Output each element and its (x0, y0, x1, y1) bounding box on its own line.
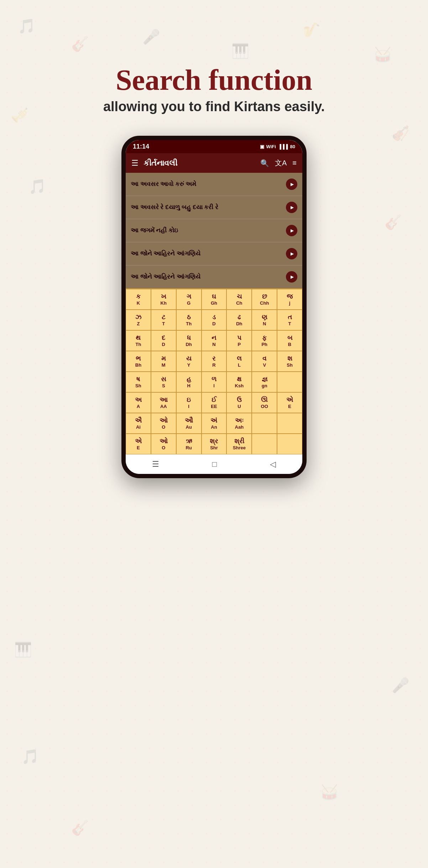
key-cell-1-2[interactable]: ઠTh (176, 310, 202, 330)
gujarati-char: ક્ષ (237, 376, 241, 383)
search-icon[interactable]: 🔍 (260, 159, 269, 167)
song-item-4[interactable]: આ જોને આહિરને આંગણિયે (126, 242, 302, 265)
key-cell-7-6 (277, 434, 302, 454)
key-cell-7-1[interactable]: ઓO (151, 434, 176, 454)
song-item-3[interactable]: આ જગમેં નહીં કોઇ (126, 219, 302, 242)
phone-mockup: 11:14 ▣ WiFi ▐▐▐ 80 ☰ કીર્તનાવલી 🔍 文A ≡ … (121, 136, 307, 478)
key-cell-1-3[interactable]: ડD (202, 310, 227, 330)
english-char: Ksh (235, 383, 244, 388)
gujarati-char: આ (160, 396, 168, 404)
play-button-4[interactable] (286, 248, 297, 259)
key-cell-2-6[interactable]: બB (277, 330, 302, 351)
key-cell-7-4[interactable]: શ્રીShree (226, 434, 252, 454)
battery-icon: ▣ (260, 144, 264, 149)
key-cell-5-5[interactable]: ઊOO (252, 392, 277, 413)
gujarati-char: એ (286, 396, 293, 404)
key-cell-6-0[interactable]: ઐAi (126, 413, 151, 434)
gujarati-char: ણ (262, 314, 267, 321)
translate-icon[interactable]: 文A (275, 158, 287, 168)
key-cell-3-6[interactable]: શSh (277, 351, 302, 372)
key-cell-4-5[interactable]: જ્ઞgn (252, 372, 277, 392)
key-cell-3-4[interactable]: લL (226, 351, 252, 372)
key-cell-6-4[interactable]: અઃAah (226, 413, 252, 434)
gujarati-char: થ (136, 334, 141, 342)
subtitle: allowing you to find Kirtans easily. (103, 99, 325, 114)
key-cell-0-3[interactable]: ઘGh (202, 289, 227, 310)
key-cell-7-3[interactable]: શ્રShr (202, 434, 227, 454)
key-cell-0-5[interactable]: છChh (252, 289, 277, 310)
menu-icon[interactable]: ☰ (131, 159, 139, 168)
key-cell-5-0[interactable]: અA (126, 392, 151, 413)
key-cell-0-4[interactable]: ચCh (226, 289, 252, 310)
gujarati-char: હ (187, 376, 191, 383)
signal-icon: ▐▐▐ (278, 144, 288, 149)
key-cell-2-2[interactable]: ધDh (176, 330, 202, 351)
gujarati-char: ઉ (237, 396, 242, 404)
key-cell-6-2[interactable]: ઔAu (176, 413, 202, 434)
gujarati-char: શ્ર (210, 438, 218, 445)
english-char: E (137, 445, 140, 450)
key-cell-4-2[interactable]: હH (176, 372, 202, 392)
key-cell-5-2[interactable]: ઇI (176, 392, 202, 413)
gujarati-char: ભ (136, 355, 141, 362)
key-cell-5-3[interactable]: ઈEE (202, 392, 227, 413)
key-cell-1-0[interactable]: ઝZ (126, 310, 151, 330)
nav-back-icon[interactable]: ◁ (270, 460, 276, 469)
key-cell-4-3[interactable]: ળl (202, 372, 227, 392)
key-cell-1-6[interactable]: તT (277, 310, 302, 330)
english-char: L (238, 362, 241, 368)
english-char: AA (160, 404, 167, 409)
key-cell-4-4[interactable]: ક્ષKsh (226, 372, 252, 392)
english-char: Th (186, 321, 192, 326)
key-cell-2-1[interactable]: દD (151, 330, 176, 351)
nav-menu-icon[interactable]: ☰ (152, 460, 159, 469)
gujarati-char: ચ (237, 293, 242, 300)
key-cell-3-0[interactable]: ભBh (126, 351, 151, 372)
nav-home-icon[interactable]: □ (212, 460, 217, 469)
key-cell-6-3[interactable]: અંAn (202, 413, 227, 434)
key-cell-2-0[interactable]: થTh (126, 330, 151, 351)
key-cell-3-3[interactable]: રR (202, 351, 227, 372)
play-button-3[interactable] (286, 225, 297, 236)
key-cell-0-2[interactable]: ગG (176, 289, 202, 310)
key-cell-0-6[interactable]: જj (277, 289, 302, 310)
deco-icon: 🎵 (21, 748, 39, 765)
play-button-1[interactable] (286, 179, 297, 190)
play-button-5[interactable] (286, 271, 297, 283)
english-char: N (212, 342, 215, 347)
gujarati-char: ટ (162, 314, 165, 321)
key-cell-4-0[interactable]: ષSh (126, 372, 151, 392)
song-item-2[interactable]: આ અવસરે રે દયાળુ બહુ દયા કરી રે (126, 196, 302, 219)
key-cell-5-1[interactable]: આAA (151, 392, 176, 413)
filter-icon[interactable]: ≡ (292, 159, 297, 167)
english-char: OO (261, 404, 268, 409)
key-cell-6-1[interactable]: ઓO (151, 413, 176, 434)
deco-icon: 🥁 (320, 784, 338, 801)
key-cell-2-5[interactable]: ફPh (252, 330, 277, 351)
key-cell-1-4[interactable]: ઢDh (226, 310, 252, 330)
english-char: Au (186, 424, 192, 430)
english-char: Bh (135, 362, 141, 368)
gujarati-char: લ (237, 355, 242, 362)
key-cell-2-3[interactable]: નN (202, 330, 227, 351)
song-item-1[interactable]: આ અવસર આવો કરું અમે (126, 173, 302, 196)
key-cell-3-5[interactable]: વV (252, 351, 277, 372)
song-item-5[interactable]: આ જોને આહિરને આંગણિયે (126, 265, 302, 288)
key-cell-5-6[interactable]: એE (277, 392, 302, 413)
key-cell-7-2[interactable]: ઋRu (176, 434, 202, 454)
english-char: Y (187, 362, 190, 368)
key-cell-4-1[interactable]: સS (151, 372, 176, 392)
key-cell-1-5[interactable]: ણN (252, 310, 277, 330)
gujarati-char: ળ (212, 376, 216, 383)
gujarati-char: ઘ (212, 293, 216, 300)
key-cell-3-2[interactable]: યY (176, 351, 202, 372)
key-cell-0-1[interactable]: ખKh (151, 289, 176, 310)
key-cell-5-4[interactable]: ઉU (226, 392, 252, 413)
key-cell-1-1[interactable]: ટT (151, 310, 176, 330)
key-cell-2-4[interactable]: પP (226, 330, 252, 351)
key-cell-7-0[interactable]: એE (126, 434, 151, 454)
key-cell-0-0[interactable]: કK (126, 289, 151, 310)
play-button-2[interactable] (286, 202, 297, 213)
english-char: M (162, 362, 166, 368)
key-cell-3-1[interactable]: મM (151, 351, 176, 372)
